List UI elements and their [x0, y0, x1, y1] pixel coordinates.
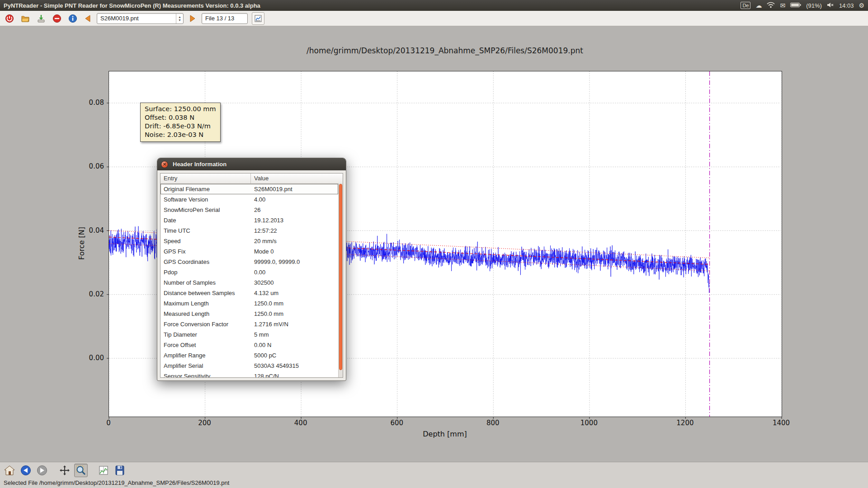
header-table-row[interactable]: Sensor Sensitivity128 pC/N	[160, 371, 338, 377]
header-table-row[interactable]: Speed20 mm/s	[160, 236, 338, 246]
header-entry-cell: Maximum Length	[160, 298, 251, 309]
header-table-row[interactable]: GPS Coordinates99999.0, 99999.0	[160, 257, 338, 267]
header-entry-cell: Amplifier Range	[160, 350, 251, 361]
battery-percent-label: (91%)	[806, 2, 822, 9]
info-button[interactable]	[67, 13, 79, 24]
y-tick-label: 0.08	[63, 99, 104, 107]
header-table-row[interactable]: Measured Length1250.0 mm	[160, 309, 338, 319]
dialog-scrollbar[interactable]	[338, 183, 343, 377]
x-tick-label: 0	[95, 419, 122, 427]
header-table-row[interactable]: Distance between Samples4.132 um	[160, 288, 338, 298]
forward-button[interactable]	[35, 464, 49, 477]
battery-icon[interactable]	[790, 2, 801, 9]
header-value-cell: 12:57:22	[251, 225, 338, 236]
header-table-columns[interactable]: Entry Value	[160, 174, 343, 184]
back-button[interactable]	[19, 464, 33, 477]
dialog-close-button[interactable]: ✕	[161, 161, 168, 168]
header-value-cell: 20 mm/s	[251, 236, 338, 246]
header-entry-cell: Measured Length	[160, 309, 251, 319]
configure-subplots-button[interactable]	[97, 464, 110, 477]
header-entry-cell: Time UTC	[160, 225, 251, 236]
plot-title: /home/grimm/Desktop/20131219_Abnahme_SMP…	[108, 46, 781, 55]
header-entry-cell: Date	[160, 215, 251, 225]
combobox-spinner-icon[interactable]: ▲▼	[176, 14, 183, 23]
header-table-row[interactable]: Maximum Length1250.0 mm	[160, 298, 338, 309]
y-tick-label: 0.02	[63, 290, 104, 298]
dialog-scrollbar-thumb[interactable]	[339, 184, 342, 370]
header-value-cell: 19.12.2013	[251, 215, 338, 225]
statusbar: Selected File /home/grimm/Desktop/201312…	[0, 478, 868, 488]
header-table-row[interactable]: Amplifier Range5000 pC	[160, 350, 338, 361]
header-table-row[interactable]: Force Offset0.00 N	[160, 340, 338, 350]
statusbar-text: Selected File /home/grimm/Desktop/201312…	[4, 479, 229, 486]
save-figure-button[interactable]	[113, 464, 127, 477]
header-value-cell: 0.00 N	[251, 340, 338, 350]
header-value-cell: 1250.0 mm	[251, 298, 338, 309]
header-value-cell: 0.00	[251, 267, 338, 277]
header-info-button[interactable]	[252, 12, 264, 25]
header-table-row[interactable]: Amplifier Serial5030A3 4549315	[160, 361, 338, 371]
header-entry-cell: SnowMicroPen Serial	[160, 205, 251, 215]
header-value-cell: 1250.0 mm	[251, 309, 338, 319]
header-entry-cell: GPS Fix	[160, 246, 251, 257]
export-data-button[interactable]	[35, 13, 47, 24]
x-tick-label: 1000	[576, 419, 603, 427]
header-table-row[interactable]: Pdop0.00	[160, 267, 338, 277]
annotation-line: Offset: 0.038 N	[145, 113, 216, 122]
header-entry-cell: Distance between Samples	[160, 288, 251, 298]
figure-canvas[interactable]: /home/grimm/Desktop/20131219_Abnahme_SMP…	[0, 26, 868, 462]
session-gear-icon[interactable]: ⚙	[859, 2, 864, 9]
header-table-row[interactable]: GPS FixMode 0	[160, 246, 338, 257]
header-value-cell: 4.132 um	[251, 288, 338, 298]
file-combo-value: S26M0019.pnt	[100, 15, 139, 22]
header-value-cell: 302500	[251, 277, 338, 288]
header-table-row[interactable]: Original FilenameS26M0019.pnt	[160, 184, 338, 194]
stop-button[interactable]	[51, 13, 63, 24]
app-toolbar: S26M0019.pnt ▲▼	[0, 11, 868, 26]
column-value[interactable]: Value	[251, 174, 343, 183]
header-table-row[interactable]: Force Conversion Factor1.2716 mV/N	[160, 319, 338, 329]
clock-label[interactable]: 14:03	[839, 2, 854, 9]
header-table-row[interactable]: Time UTC12:57:22	[160, 225, 338, 236]
previous-file-button[interactable]	[83, 13, 93, 24]
header-entry-cell: Tip Diameter	[160, 329, 251, 340]
keyboard-layout-indicator[interactable]: De	[741, 2, 750, 9]
quit-button[interactable]	[4, 13, 15, 24]
header-value-cell: 4.00	[251, 194, 338, 205]
header-table-row[interactable]: Tip Diameter5 mm	[160, 329, 338, 340]
x-tick-label: 400	[287, 419, 314, 427]
volume-muted-icon[interactable]	[827, 2, 834, 9]
dialog-titlebar[interactable]: ✕ Header Information	[157, 158, 346, 170]
x-tick-label: 800	[479, 419, 506, 427]
home-button[interactable]	[3, 464, 16, 477]
header-table-row[interactable]: Software Version4.00	[160, 194, 338, 205]
y-tick-label: 0.06	[63, 162, 104, 170]
header-entry-cell: Number of Samples	[160, 277, 251, 288]
column-entry[interactable]: Entry	[160, 174, 251, 183]
window-title: PyNTReader - Simple PNT Reader for SnowM…	[4, 2, 260, 9]
wifi-icon[interactable]	[767, 2, 775, 9]
next-file-button[interactable]	[188, 13, 198, 24]
annotation-line: Noise: 2.03e-03 N	[145, 131, 216, 139]
file-counter-field[interactable]	[202, 13, 248, 24]
y-tick-label: 0.00	[63, 354, 104, 362]
open-file-button[interactable]	[19, 13, 31, 24]
mail-icon[interactable]: ✉	[780, 2, 785, 9]
file-select-combobox[interactable]: S26M0019.pnt ▲▼	[97, 13, 184, 24]
header-table-row[interactable]: Number of Samples302500	[160, 277, 338, 288]
header-table-row[interactable]: SnowMicroPen Serial26	[160, 205, 338, 215]
annotation-line: Drift: -6.85e-03 N/m	[145, 122, 216, 131]
system-panel: PyNTReader - Simple PNT Reader for SnowM…	[0, 0, 868, 11]
header-entry-cell: Speed	[160, 236, 251, 246]
header-value-cell: Mode 0	[251, 246, 338, 257]
x-axis-label: Depth [mm]	[108, 430, 781, 438]
header-value-cell: S26M0019.pnt	[251, 184, 338, 194]
dialog-title: Header Information	[173, 161, 226, 168]
x-tick-label: 1400	[768, 419, 795, 427]
cloud-sync-icon[interactable]: ☁	[755, 2, 762, 9]
header-entry-cell: Pdop	[160, 267, 251, 277]
header-info-dialog: ✕ Header Information Entry Value Origina…	[157, 158, 346, 381]
header-table-row[interactable]: Date19.12.2013	[160, 215, 338, 225]
pan-button[interactable]	[58, 464, 71, 477]
zoom-button[interactable]	[74, 464, 88, 477]
